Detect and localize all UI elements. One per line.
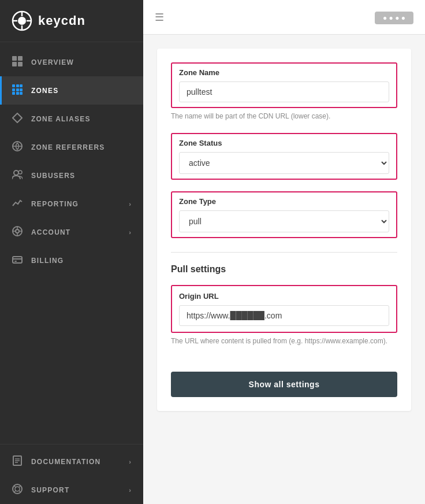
zone-type-select[interactable]: pull push (179, 210, 389, 232)
user-badge: ● ● ● ● (375, 12, 413, 24)
grid-icon (12, 56, 23, 68)
sidebar-item-support[interactable]: Support › (0, 476, 143, 504)
topbar: ☰ ● ● ● ● (143, 0, 425, 35)
sidebar-item-reporting-label: Reporting (31, 200, 79, 208)
zone-status-group: Zone Status active inactive (171, 133, 397, 180)
billing-icon (12, 254, 23, 266)
sidebar-bottom: Documentation › Support › (0, 444, 143, 504)
svg-rect-10 (12, 84, 15, 87)
topbar-right: ● ● ● ● (375, 12, 413, 23)
svg-rect-14 (16, 88, 19, 91)
sidebar-item-billing[interactable]: Billing (0, 246, 143, 275)
svg-rect-13 (12, 88, 15, 91)
zone-type-label: Zone Type (179, 197, 389, 206)
svg-rect-12 (20, 84, 23, 87)
zone-status-box: Zone Status active inactive (171, 133, 397, 180)
origin-url-input[interactable] (179, 305, 389, 326)
support-arrow: › (129, 487, 132, 494)
svg-rect-7 (18, 56, 23, 61)
support-icon (12, 484, 23, 496)
section-divider (171, 252, 397, 253)
zones-icon (12, 84, 23, 97)
zone-type-group: Zone Type pull push (171, 191, 397, 238)
logo-text: keycdn (38, 13, 85, 28)
documentation-arrow: › (129, 458, 132, 465)
zone-name-group: Zone Name The name will be part of the C… (171, 62, 397, 121)
origin-url-hint: The URL where content is pulled from (e.… (171, 336, 397, 346)
origin-url-group: Origin URL The URL where content is pull… (171, 285, 397, 346)
svg-rect-8 (12, 62, 17, 66)
svg-line-40 (19, 491, 21, 493)
zone-referrers-icon (12, 141, 23, 153)
sidebar-item-zone-aliases[interactable]: Zone Aliases (0, 105, 143, 133)
origin-url-label: Origin URL (179, 292, 389, 301)
svg-rect-16 (12, 92, 15, 95)
svg-rect-17 (16, 92, 19, 95)
subusers-icon (12, 169, 23, 181)
sidebar-item-documentation[interactable]: Documentation › (0, 447, 143, 476)
sidebar-item-subusers-label: Subusers (31, 172, 75, 180)
content-area: Zone Name The name will be part of the C… (143, 35, 425, 504)
svg-marker-19 (13, 113, 22, 123)
zone-aliases-icon (12, 113, 23, 125)
zone-name-box: Zone Name (171, 62, 397, 108)
svg-point-1 (18, 17, 26, 25)
svg-rect-30 (13, 257, 22, 263)
sidebar: keycdn Overview (0, 0, 143, 504)
svg-rect-9 (18, 62, 23, 66)
svg-line-42 (14, 491, 16, 493)
svg-rect-32 (14, 261, 17, 262)
svg-point-23 (18, 171, 22, 174)
zone-name-label: Zone Name (179, 68, 389, 77)
svg-line-41 (19, 486, 21, 488)
form-card: Zone Name The name will be part of the C… (157, 49, 411, 411)
account-icon (12, 226, 23, 238)
account-arrow: › (129, 229, 132, 236)
reporting-icon (12, 198, 23, 210)
sidebar-item-support-label: Support (31, 486, 69, 494)
svg-line-39 (14, 486, 16, 488)
sidebar-item-zone-referrers[interactable]: Zone Referrers (0, 133, 143, 161)
sidebar-item-overview[interactable]: Overview (0, 48, 143, 76)
svg-rect-15 (20, 88, 23, 91)
zone-status-label: Zone Status (179, 139, 389, 147)
svg-rect-6 (12, 56, 17, 61)
documentation-icon (12, 455, 23, 468)
svg-rect-11 (16, 84, 19, 87)
sidebar-item-reporting[interactable]: Reporting › (0, 190, 143, 218)
sidebar-item-zones-label: Zones (31, 87, 58, 95)
svg-rect-18 (20, 92, 23, 95)
sidebar-item-billing-label: Billing (31, 257, 64, 265)
zone-name-hint: The name will be part of the CDN URL (lo… (171, 112, 397, 121)
logo: keycdn (0, 0, 143, 42)
zone-name-input[interactable] (179, 81, 389, 102)
sidebar-item-account[interactable]: Account › (0, 218, 143, 246)
sidebar-item-documentation-label: Documentation (31, 458, 100, 466)
svg-point-22 (14, 171, 18, 175)
reporting-arrow: › (129, 201, 132, 207)
sidebar-item-overview-label: Overview (31, 58, 74, 66)
zone-type-box: Zone Type pull push (171, 191, 397, 238)
sidebar-item-zones[interactable]: Zones (0, 76, 143, 105)
sidebar-item-subusers[interactable]: Subusers (0, 161, 143, 190)
main-content: ☰ ● ● ● ● Zone Name The name will be par… (143, 0, 425, 504)
sidebar-item-zone-referrers-label: Zone Referrers (31, 143, 105, 151)
svg-point-25 (16, 229, 19, 233)
origin-url-box: Origin URL (171, 285, 397, 333)
zone-status-select[interactable]: active inactive (179, 152, 389, 174)
menu-icon[interactable]: ☰ (155, 11, 164, 24)
show-all-settings-button[interactable]: Show all settings (171, 372, 397, 397)
sidebar-item-zone-aliases-label: Zone Aliases (31, 115, 91, 123)
sidebar-item-account-label: Account (31, 228, 70, 236)
pull-settings-title: Pull settings (171, 264, 397, 275)
sidebar-nav: Overview Zones (0, 42, 143, 444)
